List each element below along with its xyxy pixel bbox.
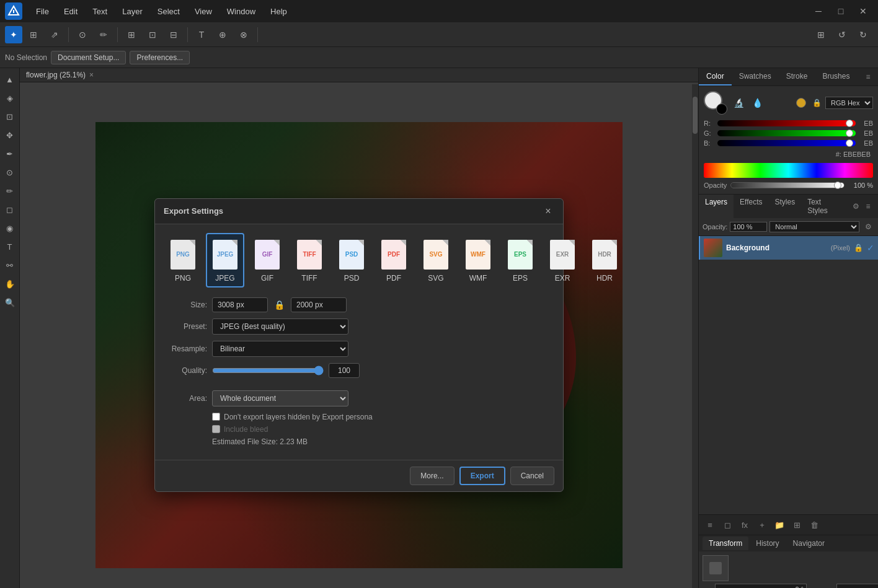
layers-settings[interactable]: ⚙ bbox=[849, 200, 862, 213]
panel-fx-icon[interactable]: fx bbox=[737, 517, 752, 532]
hidden-layers-checkbox[interactable] bbox=[212, 413, 220, 421]
tab-effects[interactable]: Effects bbox=[734, 195, 768, 218]
panel-mask-icon[interactable]: ◻ bbox=[720, 517, 735, 532]
tool-select[interactable]: ▲ bbox=[1, 71, 19, 88]
layers-collapse[interactable]: ≡ bbox=[862, 200, 874, 213]
tool-zoom[interactable]: 🔍 bbox=[1, 294, 19, 311]
window-minimize[interactable]: ─ bbox=[809, 1, 828, 21]
layers-opacity-input[interactable] bbox=[730, 222, 767, 232]
menu-window[interactable]: Window bbox=[221, 4, 262, 19]
tool-node[interactable]: ◈ bbox=[1, 89, 19, 107]
s-input[interactable] bbox=[836, 584, 878, 588]
format-exr[interactable]: EXR EXR bbox=[543, 233, 582, 287]
area-select[interactable]: Whole document bbox=[212, 390, 348, 406]
format-png[interactable]: PNG PNG bbox=[164, 233, 202, 287]
tool-fill[interactable]: ◉ bbox=[1, 219, 19, 237]
menu-select[interactable]: Select bbox=[151, 4, 186, 19]
toolbar-redo[interactable]: ↻ bbox=[853, 25, 873, 45]
tool-move[interactable]: ✥ bbox=[1, 126, 19, 144]
g-slider-thumb[interactable] bbox=[846, 129, 853, 137]
toolbar-persona-export[interactable]: ⇗ bbox=[45, 25, 64, 45]
tool-type[interactable]: ⚯ bbox=[1, 257, 19, 274]
opacity-thumb[interactable] bbox=[834, 182, 841, 189]
resample-select[interactable]: Bilinear bbox=[212, 341, 348, 357]
tool-brush[interactable]: ⊙ bbox=[1, 164, 19, 181]
format-jpeg[interactable]: JPEG JPEG bbox=[206, 233, 244, 287]
menu-view[interactable]: View bbox=[188, 4, 218, 19]
color-spectrum[interactable] bbox=[704, 163, 873, 178]
width-input[interactable] bbox=[212, 297, 268, 312]
quality-slider[interactable] bbox=[212, 366, 324, 375]
r-input[interactable] bbox=[715, 584, 807, 588]
window-maximize[interactable]: □ bbox=[831, 1, 851, 21]
panel-layers-icon[interactable]: ≡ bbox=[703, 517, 717, 532]
tab-color[interactable]: Color bbox=[699, 68, 732, 86]
tab-navigator[interactable]: Navigator bbox=[787, 537, 831, 550]
eyedropper-tool[interactable]: 🔬 bbox=[731, 95, 746, 110]
tab-text-styles[interactable]: Text Styles bbox=[801, 195, 849, 218]
format-eps[interactable]: EPS EPS bbox=[501, 233, 539, 287]
canvas-tab-close[interactable]: × bbox=[89, 71, 94, 79]
tab-swatches[interactable]: Swatches bbox=[732, 68, 779, 86]
tool-paint[interactable]: ✏ bbox=[1, 182, 19, 200]
vertical-scrollbar[interactable] bbox=[692, 84, 698, 588]
cancel-button[interactable]: Cancel bbox=[510, 467, 554, 485]
menu-text[interactable]: Text bbox=[86, 4, 113, 19]
toolbar-undo[interactable]: ↺ bbox=[832, 25, 852, 45]
layer-visibility-check[interactable]: ✓ bbox=[867, 243, 874, 253]
quality-value[interactable] bbox=[329, 363, 360, 378]
toolbar-grid2[interactable]: ⊞ bbox=[811, 25, 831, 45]
toolbar-guides[interactable]: ✏ bbox=[94, 25, 113, 45]
format-svg[interactable]: SVG SVG bbox=[417, 233, 455, 287]
window-close[interactable]: ✕ bbox=[853, 1, 873, 21]
tab-stroke[interactable]: Stroke bbox=[779, 68, 815, 86]
eyedropper2[interactable]: 💧 bbox=[750, 95, 765, 110]
tool-hand[interactable]: ✋ bbox=[1, 275, 19, 292]
tab-layers[interactable]: Layers bbox=[699, 195, 734, 218]
preset-select[interactable]: JPEG (Best quality) bbox=[212, 318, 348, 335]
toolbar-align[interactable]: ⊟ bbox=[164, 25, 184, 45]
export-button[interactable]: Export bbox=[459, 467, 505, 485]
toolbar-place[interactable]: ⊕ bbox=[213, 25, 233, 45]
menu-file[interactable]: File bbox=[30, 4, 55, 19]
menu-layer[interactable]: Layer bbox=[116, 4, 149, 19]
format-tiff[interactable]: TIFF TIFF bbox=[290, 233, 329, 287]
toolbar-persona-design[interactable]: ✦ bbox=[5, 26, 22, 43]
panel-grid-icon[interactable]: ⊞ bbox=[789, 517, 804, 532]
tool-pen[interactable]: ✒ bbox=[1, 145, 19, 162]
document-setup-button[interactable]: Document Setup... bbox=[51, 51, 126, 64]
dialog-close-button[interactable]: × bbox=[542, 205, 554, 217]
include-bleed-label[interactable]: Include bleed bbox=[224, 425, 268, 434]
panel-add-icon[interactable]: + bbox=[755, 517, 769, 532]
hidden-layers-label[interactable]: Don't export layers hidden by Export per… bbox=[224, 413, 373, 421]
panel-delete-icon[interactable]: 🗑 bbox=[807, 517, 822, 532]
menu-edit[interactable]: Edit bbox=[58, 4, 84, 19]
toolbar-transform[interactable]: ⊡ bbox=[143, 25, 162, 45]
preferences-button[interactable]: Preferences... bbox=[130, 51, 190, 64]
toolbar-grid[interactable]: ⊞ bbox=[122, 25, 141, 45]
layer-item-background[interactable]: Background (Pixel) 🔒 ✓ bbox=[699, 236, 878, 260]
tool-erase[interactable]: ◻ bbox=[1, 201, 19, 218]
menu-help[interactable]: Help bbox=[264, 4, 293, 19]
tab-brushes[interactable]: Brushes bbox=[815, 68, 857, 86]
toolbar-snapping[interactable]: ⊙ bbox=[73, 25, 92, 45]
toolbar-mask[interactable]: ⊗ bbox=[234, 25, 254, 45]
include-bleed-checkbox[interactable] bbox=[212, 425, 220, 433]
panel-folder-icon[interactable]: 📁 bbox=[772, 517, 787, 532]
tab-transform[interactable]: Transform bbox=[703, 537, 748, 550]
tab-styles[interactable]: Styles bbox=[769, 195, 802, 218]
r-slider-thumb[interactable] bbox=[846, 120, 853, 127]
format-wmf[interactable]: WMF WMF bbox=[459, 233, 497, 287]
more-button[interactable]: More... bbox=[410, 467, 454, 485]
tab-history[interactable]: History bbox=[750, 537, 785, 550]
format-pdf[interactable]: PDF PDF bbox=[375, 233, 413, 287]
blend-mode-select[interactable]: Normal bbox=[769, 221, 859, 232]
color-mode-select[interactable]: RGB Hex bbox=[825, 97, 873, 109]
format-psd[interactable]: PSD PSD bbox=[332, 233, 371, 287]
blend-settings[interactable]: ⚙ bbox=[862, 221, 874, 233]
panel-collapse[interactable]: ≡ bbox=[862, 71, 874, 83]
tool-crop[interactable]: ⊡ bbox=[1, 108, 19, 125]
toolbar-persona-pixel[interactable]: ⊞ bbox=[24, 25, 43, 45]
b-slider-thumb[interactable] bbox=[846, 139, 853, 147]
format-hdr[interactable]: HDR HDR bbox=[585, 233, 623, 287]
